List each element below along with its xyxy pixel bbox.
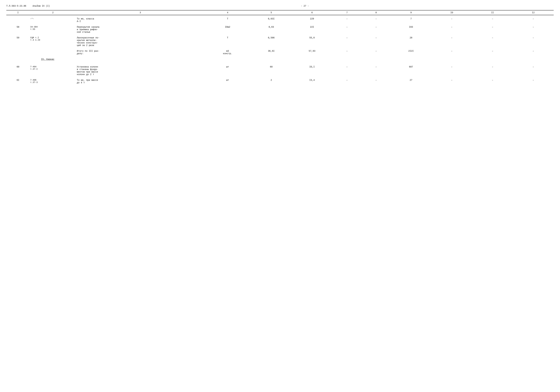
col-header-7: 7 bbox=[332, 10, 361, 15]
document-title: Альбом IX (I) bbox=[32, 5, 50, 7]
cell-description: Установка колоннв стаканы фунда-ментов п… bbox=[76, 65, 204, 76]
cell-unit: шт bbox=[204, 78, 251, 85]
col-header-2: 2 bbox=[30, 10, 76, 15]
cell-col11: – bbox=[472, 25, 513, 34]
cell-col6: I3,4 bbox=[292, 78, 332, 85]
cell-col10: – bbox=[431, 49, 472, 55]
cell-col9: 7 bbox=[390, 17, 431, 23]
col-header-8: 8 bbox=[361, 10, 390, 15]
cell-col11: – bbox=[472, 78, 513, 85]
row-spacer bbox=[6, 63, 554, 65]
column-headers: I 2 3 4 5 6 7 8 9 IO II I2 bbox=[6, 10, 554, 15]
cell-description: То же, классаА-I bbox=[76, 17, 204, 23]
cell-col10: – bbox=[431, 78, 472, 85]
cell-col9: 687 bbox=[390, 65, 431, 76]
cell-col8: – bbox=[361, 65, 390, 76]
cell-ref: 7-406 т.37-3 bbox=[30, 78, 76, 85]
cell-col6: 22I bbox=[292, 25, 332, 34]
row-spacer bbox=[6, 34, 554, 36]
cell-unit: шт bbox=[204, 65, 251, 76]
table-row: Итого по III раз-делу:м3 констр.36,6I57,… bbox=[6, 49, 554, 55]
cell-col8: – bbox=[361, 17, 390, 23]
cell-description: Перекрытие каналаи приямка рифле-ной ста… bbox=[76, 25, 204, 34]
cell-col5: 68 bbox=[251, 65, 292, 76]
cell-col12: – bbox=[513, 65, 554, 76]
page-number: - 27 - bbox=[301, 5, 309, 7]
cell-ref: 34-304 т.55 bbox=[30, 25, 76, 34]
cell-description: То же, при масседо 4 т bbox=[76, 78, 204, 85]
cell-col7: – bbox=[332, 17, 361, 23]
cell-description: Лакокрасочные по-крытия металли-ческих к… bbox=[76, 36, 204, 47]
cell-col10: – bbox=[431, 36, 472, 47]
cell-col12: – bbox=[513, 25, 554, 34]
col-header-4: 4 bbox=[204, 10, 251, 15]
table-row: 59СЦМ т.I т.3 п.I9Лакокрасочные по-крыти… bbox=[6, 36, 554, 47]
cell-col5: 2 bbox=[251, 78, 292, 85]
cell-col11: – bbox=[472, 65, 513, 76]
cell-col11: – bbox=[472, 36, 513, 47]
cell-unit: IOм2 bbox=[204, 25, 251, 34]
cell-ref: –ⁿ– bbox=[30, 17, 76, 23]
table-row: –ⁿ–То же, классаА-IТ0,03I229––7––– bbox=[6, 17, 554, 23]
row-spacer bbox=[6, 47, 554, 49]
cell-col6: 57,93 bbox=[292, 49, 332, 55]
cell-col10: – bbox=[431, 65, 472, 76]
row-spacer bbox=[6, 76, 554, 78]
row-spacer bbox=[6, 23, 554, 25]
section-heading-row: IV. Каркас bbox=[6, 57, 554, 61]
row-spacer bbox=[6, 15, 554, 17]
cell-row-num bbox=[6, 17, 30, 23]
cell-col8: – bbox=[361, 36, 390, 47]
cell-row-num: 6I bbox=[6, 78, 30, 85]
row-spacer bbox=[6, 55, 554, 57]
cell-col8: – bbox=[361, 49, 390, 55]
cell-col8: – bbox=[361, 25, 390, 34]
cell-ref bbox=[30, 49, 76, 55]
section-heading-text: IV. Каркас bbox=[6, 57, 554, 61]
main-table: I 2 3 4 5 6 7 8 9 IO II I2 –ⁿ–То же, кла… bbox=[6, 10, 554, 85]
cell-col5: 0,83 bbox=[251, 25, 292, 34]
cell-col5: 0,506 bbox=[251, 36, 292, 47]
cell-col5: 36,6I bbox=[251, 49, 292, 55]
cell-row-num: 60 bbox=[6, 65, 30, 76]
cell-col6: 229 bbox=[292, 17, 332, 23]
page-header: Т.П.503-5-23.86 Альбом IX (I) - 27 - bbox=[6, 5, 554, 7]
cell-col6: IO,I bbox=[292, 65, 332, 76]
col-header-5: 5 bbox=[251, 10, 292, 15]
cell-col12: – bbox=[513, 78, 554, 85]
cell-row-num: 58 bbox=[6, 25, 30, 34]
cell-col7: – bbox=[332, 65, 361, 76]
cell-col9: I83 bbox=[390, 25, 431, 34]
cell-col7: – bbox=[332, 36, 361, 47]
document-code: Т.П.503-5-23.86 bbox=[6, 5, 26, 7]
cell-ref: СЦМ т.I т.3 п.I9 bbox=[30, 36, 76, 47]
cell-col9: 2I2I bbox=[390, 49, 431, 55]
cell-col7: – bbox=[332, 25, 361, 34]
col-header-1: I bbox=[6, 10, 30, 15]
cell-col10: – bbox=[431, 17, 472, 23]
cell-ref: 7-404 т.37-I bbox=[30, 65, 76, 76]
table-row: 6I7-406 т.37-3То же, при масседо 4 тшт2I… bbox=[6, 78, 554, 85]
cell-col12: – bbox=[513, 49, 554, 55]
cell-unit: Т bbox=[204, 17, 251, 23]
cell-col5: 0,03I bbox=[251, 17, 292, 23]
cell-col11: – bbox=[472, 49, 513, 55]
table-row: 607-404 т.37-IУстановка колоннв стаканы … bbox=[6, 65, 554, 76]
cell-col8: – bbox=[361, 78, 390, 85]
cell-row-num bbox=[6, 49, 30, 55]
col-header-6: 6 bbox=[292, 10, 332, 15]
row-spacer bbox=[6, 61, 554, 63]
cell-col6: 55,8 bbox=[292, 36, 332, 47]
cell-col9: 28 bbox=[390, 36, 431, 47]
cell-col12: – bbox=[513, 17, 554, 23]
cell-col12: – bbox=[513, 36, 554, 47]
cell-row-num: 59 bbox=[6, 36, 30, 47]
cell-unit: Т bbox=[204, 36, 251, 47]
col-header-12: I2 bbox=[513, 10, 554, 15]
col-header-10: IO bbox=[431, 10, 472, 15]
col-header-11: II bbox=[472, 10, 513, 15]
table-row: 5834-304 т.55Перекрытие каналаи приямка … bbox=[6, 25, 554, 34]
col-header-9: 9 bbox=[390, 10, 431, 15]
cell-col7: – bbox=[332, 78, 361, 85]
cell-col11: – bbox=[472, 17, 513, 23]
